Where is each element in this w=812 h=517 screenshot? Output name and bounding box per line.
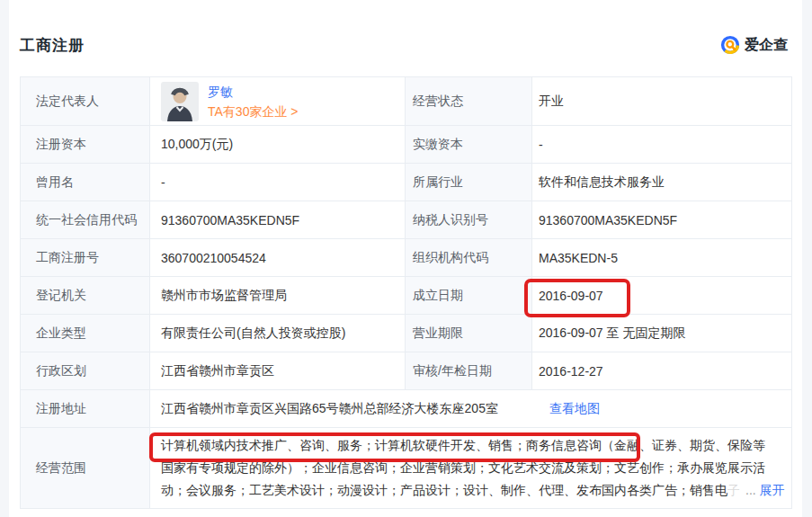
registration-table: 法定代表人 罗敏 TA有30家企业 > xyxy=(20,76,792,509)
field-label: 法定代表人 xyxy=(21,77,150,125)
field-label: 登记机关 xyxy=(21,277,150,314)
business-scope-line: 动；会议服务；工艺美术设计；动漫设计；产品设计；设计、制作、代理、发布国内各类广… xyxy=(161,479,791,502)
field-label: 组织机构代码 xyxy=(406,239,532,276)
table-row: 企业类型 有限责任公司(自然人投资或控股) 营业期限 2016-09-07 至 … xyxy=(21,315,791,352)
business-scope-line: 国家有专项规定的除外）；企业信息咨询；企业营销策划；文化艺术交流及策划；文艺创作… xyxy=(161,457,791,479)
ellipsis-text: ... xyxy=(745,483,756,497)
field-value: 2016-12-27 xyxy=(532,352,791,389)
table-row: 统一社会信用代码 91360700MA35KEDN5F 纳税人识别号 91360… xyxy=(21,201,791,239)
companies-count-link[interactable]: TA有30家企业 > xyxy=(208,103,299,120)
aiqicha-logo-icon xyxy=(720,35,740,55)
table-row: 登记机关 赣州市市场监督管理局 成立日期 2016-09-07 xyxy=(21,277,791,315)
field-value: 91360700MA35KEDN5F xyxy=(150,201,406,238)
field-value: - xyxy=(150,164,406,201)
table-row: 法定代表人 罗敏 TA有30家企业 > xyxy=(21,77,791,126)
registered-address-value: 江西省赣州市章贡区兴国路65号赣州总部经济大楼东座205室 xyxy=(161,401,498,417)
field-value: 开业 xyxy=(532,77,791,125)
field-label: 注册地址 xyxy=(21,390,150,427)
table-row-business-scope: 经营范围 计算机领域内技术推广、咨询、服务；计算机软硬件开发、销售；商务信息咨询… xyxy=(21,428,791,508)
legal-rep-cell: 罗敏 TA有30家企业 > xyxy=(150,77,406,125)
legal-rep-name-link[interactable]: 罗敏 xyxy=(208,84,299,100)
field-label: 实缴资本 xyxy=(406,126,532,163)
page-title: 工商注册 xyxy=(20,35,85,56)
view-map-link[interactable]: 查看地图 xyxy=(549,401,600,417)
field-value: 有限责任公司(自然人投资或控股) xyxy=(150,315,406,352)
expand-link[interactable]: 展开 xyxy=(760,483,785,497)
field-label: 纳税人识别号 xyxy=(406,201,532,238)
field-label: 企业类型 xyxy=(21,315,150,352)
page: 工商注册 爱企查 法定代表人 xyxy=(0,0,812,517)
field-label: 统一社会信用代码 xyxy=(21,201,150,238)
field-value: 赣州市市场监督管理局 xyxy=(150,277,406,314)
field-label: 营业期限 xyxy=(406,315,532,352)
field-label: 曾用名 xyxy=(21,164,150,201)
table-row-address: 注册地址 江西省赣州市章贡区兴国路65号赣州总部经济大楼东座205室 查看地图 xyxy=(21,390,791,428)
field-label: 成立日期 xyxy=(406,277,532,314)
legal-rep-avatar[interactable] xyxy=(161,82,199,121)
business-scope-line-text: 动；会议服务；工艺美术设计；动漫设计；产品设计；设计、制作、代理、发布国内各类广… xyxy=(161,483,727,497)
field-label: 所属行业 xyxy=(406,164,532,201)
field-value: 10,000万(元) xyxy=(150,126,406,163)
field-value: MA35KEDN-5 xyxy=(532,239,791,276)
section-header: 工商注册 爱企查 xyxy=(20,32,788,58)
field-value: 360700210054524 xyxy=(150,239,406,276)
field-label: 工商注册号 xyxy=(21,239,150,276)
business-registration-card: 工商注册 爱企查 法定代表人 xyxy=(9,0,802,517)
field-label: 注册资本 xyxy=(21,126,150,163)
table-row: 注册资本 10,000万(元) 实缴资本 - xyxy=(21,126,791,164)
field-label: 行政区划 xyxy=(21,352,150,389)
field-value: 2016-09-07 至 无固定期限 xyxy=(532,315,791,352)
field-label: 审核/年检日期 xyxy=(406,352,532,389)
address-cell: 江西省赣州市章贡区兴国路65号赣州总部经济大楼东座205室 查看地图 xyxy=(150,390,791,427)
established-date-value: 2016-09-07 xyxy=(532,277,791,314)
table-row: 行政区划 江西省赣州市章贡区 审核/年检日期 2016-12-27 xyxy=(21,352,791,390)
business-scope-faded-char: 子 xyxy=(727,483,740,497)
field-label: 经营状态 xyxy=(406,77,532,125)
brand-name: 爱企查 xyxy=(745,36,788,55)
field-value: - xyxy=(532,126,791,163)
field-value: 江西省赣州市章贡区 xyxy=(150,352,406,389)
table-row: 工商注册号 360700210054524 组织机构代码 MA35KEDN-5 xyxy=(21,239,791,277)
field-value: 软件和信息技术服务业 xyxy=(532,164,791,201)
field-value: 91360700MA35KEDN5F xyxy=(532,201,791,238)
table-row: 曾用名 - 所属行业 软件和信息技术服务业 xyxy=(21,164,791,201)
field-label: 经营范围 xyxy=(21,428,150,508)
business-scope-line: 计算机领域内技术推广、咨询、服务；计算机软硬件开发、销售；商务信息咨询（金融、证… xyxy=(161,434,791,457)
aiqicha-brand[interactable]: 爱企查 xyxy=(720,35,788,55)
business-scope-cell: 计算机领域内技术推广、咨询、服务；计算机软硬件开发、销售；商务信息咨询（金融、证… xyxy=(150,428,791,508)
